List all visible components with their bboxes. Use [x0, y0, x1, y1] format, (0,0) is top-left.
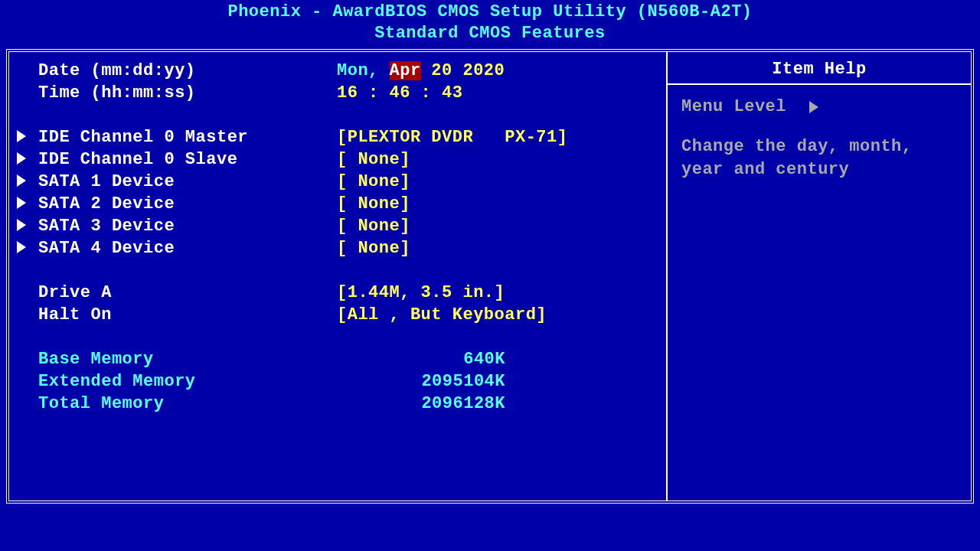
- menu-level-label: Menu Level: [681, 96, 786, 119]
- device-label: IDE Channel 0 Master: [38, 126, 337, 148]
- device-label: SATA 3 Device: [38, 215, 337, 237]
- device-value[interactable]: [ None]: [337, 193, 658, 215]
- memory-row: Total Memory2096128K: [17, 393, 658, 415]
- device-row[interactable]: SATA 1 Device[ None]: [17, 171, 658, 193]
- submenu-arrow-icon: [17, 215, 38, 237]
- bios-title: Phoenix - AwardBIOS CMOS Setup Utility (…: [0, 2, 980, 23]
- submenu-arrow-icon: [17, 193, 38, 215]
- device-label: IDE Channel 0 Slave: [38, 148, 337, 171]
- help-title: Item Help: [668, 52, 971, 85]
- footer-keys: ↑↓→←:Move Enter:Select +/-/PU/PD:Value F…: [0, 504, 980, 551]
- main-box: Date (mm:dd:yy) Mon, Apr 20 2020 Time (h…: [6, 49, 974, 504]
- halt-on-label: Halt On: [38, 304, 337, 326]
- submenu-arrow-icon: [17, 126, 38, 148]
- memory-row: Extended Memory2095104K: [17, 370, 658, 393]
- drive-a-row[interactable]: Drive A [1.44M, 3.5 in.]: [17, 282, 658, 304]
- date-month-selected[interactable]: Apr: [390, 61, 421, 80]
- memory-label: Base Memory: [38, 348, 337, 370]
- date-label: Date (mm:dd:yy): [38, 60, 337, 82]
- settings-pane: Date (mm:dd:yy) Mon, Apr 20 2020 Time (h…: [9, 52, 668, 500]
- device-value[interactable]: [ None]: [337, 237, 658, 259]
- device-row[interactable]: SATA 4 Device[ None]: [17, 237, 658, 259]
- submenu-arrow-icon: [17, 148, 38, 171]
- memory-value: 640K: [337, 348, 658, 370]
- device-value[interactable]: [ None]: [337, 171, 658, 193]
- date-value[interactable]: Mon, Apr 20 2020: [337, 60, 658, 82]
- memory-label: Total Memory: [38, 393, 337, 415]
- memory-row: Base Memory640K: [17, 348, 658, 370]
- time-label: Time (hh:mm:ss): [38, 82, 337, 104]
- help-pane: Item Help Menu Level Change the day, mon…: [668, 52, 971, 500]
- memory-value: 2095104K: [337, 370, 658, 393]
- halt-on-value[interactable]: [All , But Keyboard]: [337, 304, 658, 326]
- device-row[interactable]: SATA 2 Device[ None]: [17, 193, 658, 215]
- device-value[interactable]: [PLEXTOR DVDR PX-71]: [337, 126, 658, 148]
- bios-header: Phoenix - AwardBIOS CMOS Setup Utility (…: [0, 0, 980, 49]
- submenu-arrow-icon: [17, 237, 38, 259]
- memory-value: 2096128K: [337, 393, 658, 415]
- halt-on-row[interactable]: Halt On [All , But Keyboard]: [17, 304, 658, 326]
- drive-a-value[interactable]: [1.44M, 3.5 in.]: [337, 282, 658, 304]
- time-value[interactable]: 16 : 46 : 43: [337, 82, 658, 104]
- submenu-arrow-icon: [17, 171, 38, 193]
- device-row[interactable]: IDE Channel 0 Master[PLEXTOR DVDR PX-71]: [17, 126, 658, 148]
- device-label: SATA 1 Device: [38, 171, 337, 193]
- help-text: Change the day, month, year and century: [681, 135, 957, 181]
- memory-label: Extended Memory: [38, 370, 337, 393]
- menu-level-row: Menu Level: [681, 96, 957, 119]
- device-row[interactable]: SATA 3 Device[ None]: [17, 215, 658, 237]
- drive-a-label: Drive A: [38, 282, 337, 304]
- device-row[interactable]: IDE Channel 0 Slave[ None]: [17, 148, 658, 171]
- device-value[interactable]: [ None]: [337, 215, 658, 237]
- device-value[interactable]: [ None]: [337, 148, 658, 171]
- date-row[interactable]: Date (mm:dd:yy) Mon, Apr 20 2020: [17, 60, 658, 82]
- device-label: SATA 2 Device: [38, 193, 337, 215]
- time-row[interactable]: Time (hh:mm:ss) 16 : 46 : 43: [17, 82, 658, 104]
- bios-subtitle: Standard CMOS Features: [0, 23, 980, 44]
- device-label: SATA 4 Device: [38, 237, 337, 259]
- submenu-indicator-icon: [809, 101, 818, 113]
